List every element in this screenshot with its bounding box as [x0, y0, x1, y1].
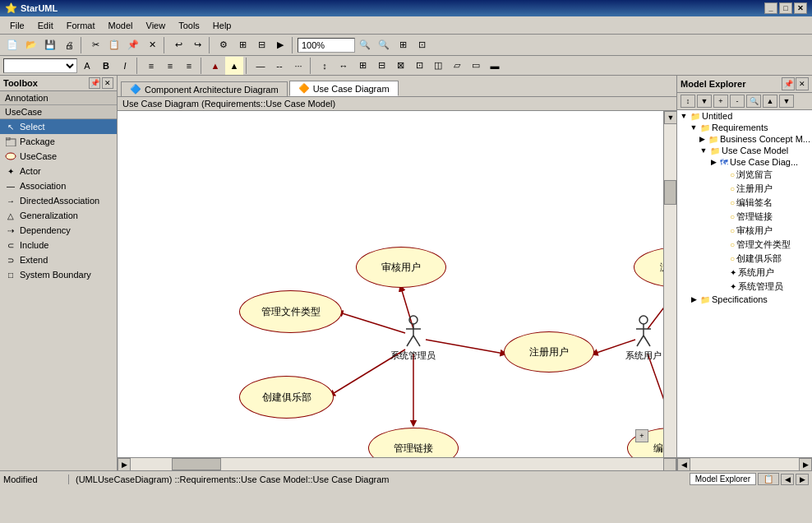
undo-button[interactable]: ↩: [169, 36, 187, 54]
italic-button[interactable]: I: [116, 57, 134, 75]
line-style2[interactable]: --: [270, 57, 288, 75]
tree-expand-bc[interactable]: ▶: [699, 134, 707, 144]
tree-item-sysadmin[interactable]: ✦ 系统管理员: [677, 280, 812, 294]
me-nav-down-button[interactable]: ▼: [779, 95, 794, 108]
toolbox-close-button[interactable]: ✕: [102, 77, 113, 89]
align-right[interactable]: ≡: [180, 57, 198, 75]
me-sort-button[interactable]: ↕: [681, 95, 695, 108]
copy-button[interactable]: 📋: [105, 36, 123, 54]
print-button[interactable]: 🖨: [60, 36, 78, 54]
tree-expand-req[interactable]: ▼: [689, 123, 699, 132]
tab-use-case[interactable]: 🔶 Use Case Diagram: [289, 81, 399, 96]
arrange-btn6[interactable]: ⊡: [410, 57, 428, 75]
tree-item-sign[interactable]: ○ 编辑签名: [677, 196, 812, 210]
zoom-in-button[interactable]: 🔍: [356, 36, 374, 54]
status-arrow-right[interactable]: ▶: [796, 474, 809, 485]
hscroll-right-button[interactable]: ▶: [118, 458, 131, 471]
open-button[interactable]: 📂: [22, 36, 40, 54]
tb-extra2[interactable]: ⊞: [233, 36, 251, 54]
toolbox-section-annotation[interactable]: Annotation: [0, 91, 117, 105]
zoom-out-button[interactable]: 🔍: [375, 36, 393, 54]
vertical-scrollbar[interactable]: ▲ ▼: [663, 111, 676, 457]
align-left[interactable]: ≡: [142, 57, 160, 75]
tree-expand-browse[interactable]: [718, 170, 728, 180]
toolbox-item-select[interactable]: ↖ Select: [0, 119, 117, 134]
toolbox-item-directed-association[interactable]: → DirectedAssociation: [0, 193, 117, 208]
arrange-btn1[interactable]: ↕: [316, 57, 334, 75]
arrange-btn5[interactable]: ⊠: [391, 57, 409, 75]
menu-edit[interactable]: Edit: [31, 19, 60, 32]
arrange-btn4[interactable]: ⊟: [372, 57, 390, 75]
toolbox-pin-button[interactable]: 📌: [89, 77, 100, 89]
me-close-button[interactable]: ✕: [796, 77, 809, 90]
new-button[interactable]: 📄: [3, 36, 21, 54]
menu-view[interactable]: View: [140, 19, 173, 32]
diagram-canvas[interactable]: 审核用户 管理文件类型 创建俱乐部 管理链接 注册用户: [118, 111, 663, 457]
toolbox-item-association[interactable]: — Association: [0, 178, 117, 193]
align-center[interactable]: ≡: [161, 57, 179, 75]
me-expand-button[interactable]: +: [713, 95, 728, 108]
tree-item-requirements[interactable]: ▼ 📁 Requirements: [677, 122, 812, 133]
hscroll-track[interactable]: [118, 458, 663, 470]
tree-item-root[interactable]: ▼ 📁 Untitled: [677, 110, 812, 122]
tree-item-club[interactable]: ○ 创建俱乐部: [677, 252, 812, 266]
me-extra-tab-button[interactable]: 📋: [758, 473, 779, 485]
bold-button[interactable]: B: [97, 57, 115, 75]
font-button[interactable]: A: [78, 57, 96, 75]
maximize-button[interactable]: □: [779, 2, 792, 14]
usecase-audit[interactable]: 审核用户: [356, 247, 446, 288]
tree-expand-ucm[interactable]: ▼: [699, 146, 708, 155]
tree-expand-audit[interactable]: [718, 226, 728, 236]
tree-expand-sign[interactable]: [718, 198, 728, 208]
zoom-actual-button[interactable]: ⊡: [413, 36, 431, 54]
actor-sysuser[interactable]: 系统用户: [625, 315, 662, 362]
arrange-btn3[interactable]: ⊞: [353, 57, 371, 75]
toolbox-item-generalization[interactable]: △ Generalization: [0, 208, 117, 223]
tree-item-filetype[interactable]: ○ 管理文件类型: [677, 238, 812, 252]
arrange-btn7[interactable]: ◫: [429, 57, 447, 75]
me-collapse-button[interactable]: -: [730, 95, 745, 108]
hscroll-thumb[interactable]: [172, 458, 221, 470]
tree-expand-root[interactable]: ▼: [679, 111, 689, 121]
redo-button[interactable]: ↪: [188, 36, 206, 54]
tree-expand-link[interactable]: [718, 212, 728, 222]
usecase-link[interactable]: 管理链接: [368, 428, 459, 457]
menu-tools[interactable]: Tools: [172, 19, 206, 32]
toolbox-section-usecase[interactable]: UseCase: [0, 105, 117, 119]
toolbox-item-usecase[interactable]: UseCase: [0, 149, 117, 164]
arrange-btn8[interactable]: ▱: [448, 57, 466, 75]
me-pin-button[interactable]: 📌: [782, 77, 795, 90]
usecase-browse[interactable]: 浏览留言: [634, 247, 663, 288]
zoom-fit-button[interactable]: ⊞: [394, 36, 412, 54]
save-button[interactable]: 💾: [41, 36, 59, 54]
actor-sysadmin[interactable]: 系统管理员: [390, 315, 436, 362]
menu-model[interactable]: Model: [102, 19, 140, 32]
tb-extra1[interactable]: ⚙: [215, 36, 233, 54]
tree-item-ucm[interactable]: ▼ 📁 Use Case Model: [677, 145, 812, 156]
tree-item-ucd[interactable]: ▶ 🗺 Use Case Diag...: [677, 156, 812, 168]
tree-expand-spec[interactable]: ▶: [689, 294, 699, 304]
tree-expand-ucd[interactable]: ▶: [708, 157, 718, 167]
menu-format[interactable]: Format: [60, 19, 102, 32]
tree-item-spec[interactable]: ▶ 📁 Specifications: [677, 294, 812, 305]
fill-button[interactable]: ▲: [225, 57, 243, 75]
toolbox-item-dependency[interactable]: ⇢ Dependency: [0, 223, 117, 238]
me-tab-button[interactable]: Model Explorer: [690, 473, 756, 485]
tree-expand-sysuser[interactable]: [718, 268, 728, 278]
style-select[interactable]: [3, 58, 77, 73]
delete-button[interactable]: ✕: [143, 36, 161, 54]
tb-extra3[interactable]: ⊟: [252, 36, 270, 54]
vscroll-track[interactable]: [664, 111, 676, 457]
arrange-btn9[interactable]: ▭: [467, 57, 485, 75]
usecase-filetype[interactable]: 管理文件类型: [239, 290, 342, 333]
tb-extra4[interactable]: ▶: [271, 36, 289, 54]
me-hscroll-left[interactable]: ◀: [677, 458, 690, 471]
toolbox-item-extend[interactable]: ⊃ Extend: [0, 252, 117, 267]
cut-button[interactable]: ✂: [86, 36, 104, 54]
scroll-plus-button[interactable]: +: [635, 429, 648, 442]
me-filter-button[interactable]: ▼: [697, 95, 712, 108]
arrange-btn10[interactable]: ▬: [486, 57, 504, 75]
tree-item-browse[interactable]: ○ 浏览留言: [677, 168, 812, 182]
paste-button[interactable]: 📌: [124, 36, 142, 54]
vscroll-thumb[interactable]: [664, 180, 676, 205]
